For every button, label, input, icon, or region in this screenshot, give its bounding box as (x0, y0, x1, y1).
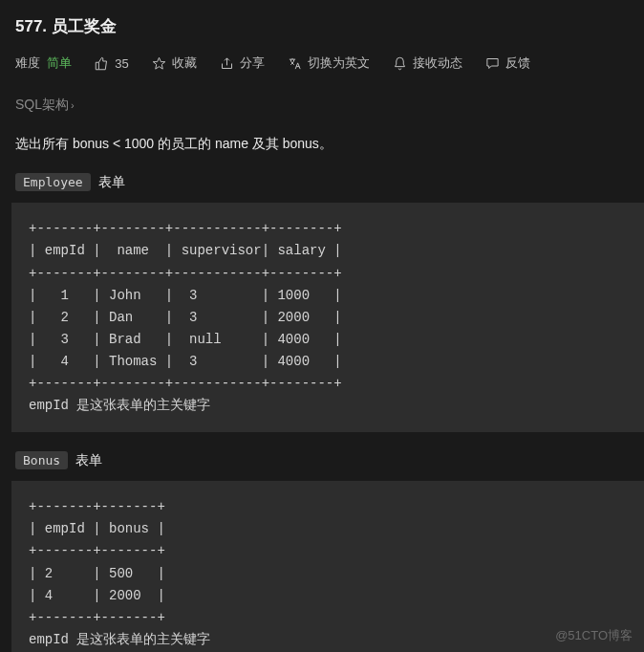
table-name-chip: Employee (15, 173, 91, 191)
problem-description: 选出所有 bonus < 1000 的员工的 name 及其 bonus。 (15, 133, 644, 154)
table-name-chip: Bonus (15, 451, 68, 469)
translate-button[interactable]: 切换为英文 (288, 54, 370, 72)
favorite-button[interactable]: 收藏 (152, 54, 197, 72)
difficulty-group: 难度 简单 (15, 54, 72, 72)
meta-bar: 难度 简单 35 收藏 分享 切换为英文 (15, 54, 644, 72)
table-suffix: 表单 (75, 452, 102, 469)
table-header-bonus: Bonus 表单 (15, 451, 644, 469)
star-icon (152, 56, 166, 71)
table-header-employee: Employee 表单 (15, 173, 644, 191)
difficulty-value: 简单 (47, 55, 72, 70)
thumbs-up-icon (95, 56, 109, 71)
bonus-table-block: +-------+-------+ | empId | bonus | +---… (11, 481, 644, 652)
like-button[interactable]: 35 (95, 56, 128, 71)
employee-table-block: +-------+--------+-----------+--------+ … (11, 203, 644, 432)
watermark: @51CTO博客 (555, 627, 633, 644)
bell-icon (393, 56, 407, 71)
feedback-button[interactable]: 反馈 (485, 54, 530, 72)
share-label: 分享 (240, 54, 265, 72)
chevron-right-icon: › (71, 99, 75, 111)
sql-schema-link[interactable]: SQL架构 › (15, 97, 75, 114)
feedback-icon (485, 56, 500, 71)
translate-icon (288, 56, 302, 71)
translate-label: 切换为英文 (308, 54, 370, 72)
favorite-label: 收藏 (172, 54, 197, 72)
subscribe-label: 接收动态 (413, 54, 462, 72)
table-suffix: 表单 (98, 174, 125, 191)
problem-title: 577. 员工奖金 (15, 15, 644, 37)
share-button[interactable]: 分享 (220, 54, 265, 72)
sql-schema-label: SQL架构 (15, 97, 69, 114)
like-count: 35 (115, 56, 128, 71)
difficulty-label: 难度 (15, 55, 40, 70)
share-icon (220, 56, 234, 71)
subscribe-button[interactable]: 接收动态 (393, 54, 462, 72)
feedback-label: 反馈 (505, 54, 530, 72)
